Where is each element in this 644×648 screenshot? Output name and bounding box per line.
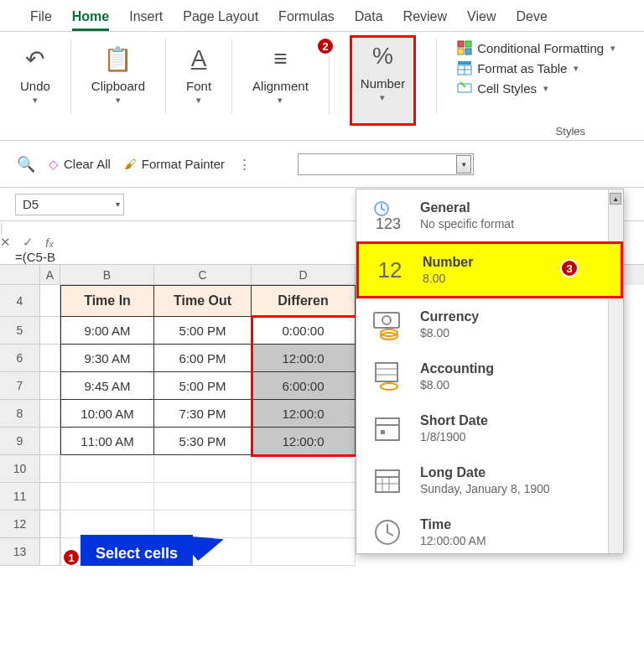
tab-insert[interactable]: Insert [129, 9, 163, 31]
undo-icon: ↶ [25, 42, 44, 75]
cell[interactable]: 0:00:00 [252, 317, 356, 345]
tab-home[interactable]: Home [72, 9, 109, 31]
alignment-group[interactable]: ≡ Alignment ▾ [252, 39, 309, 140]
svg-rect-19 [376, 418, 399, 440]
tab-data[interactable]: Data [355, 9, 383, 31]
format-option-long-date[interactable]: Long DateSunday, January 8, 1900 [356, 454, 623, 506]
format-option-time[interactable]: Time12:00:00 AM [356, 506, 623, 553]
cell[interactable]: Time In [60, 285, 154, 317]
cell[interactable]: 5:00 PM [154, 372, 252, 400]
number-icon: 12 [372, 252, 408, 288]
row-header[interactable]: 10 [0, 455, 40, 483]
overflow-icon[interactable]: ⋮ [238, 157, 251, 172]
cell-styles-button[interactable]: Cell Styles ▾ [457, 80, 615, 96]
col-header-c[interactable]: C [154, 265, 252, 285]
col-header-a[interactable]: A [40, 265, 60, 285]
cell[interactable] [40, 400, 60, 428]
cell[interactable]: 7:30 PM [154, 400, 252, 428]
svg-rect-0 [458, 41, 464, 47]
cell[interactable]: Differen [252, 285, 356, 317]
search-icon[interactable]: 🔍 [17, 155, 35, 174]
cell[interactable] [40, 317, 60, 345]
row-header[interactable]: 13 [0, 538, 40, 566]
chevron-down-icon[interactable]: ▾ [456, 155, 471, 174]
format-option-number[interactable]: 12 Number8.00 3 [356, 241, 623, 298]
format-painter-button[interactable]: 🖌 Format Painter [124, 157, 225, 171]
cell-styles-icon [457, 80, 472, 96]
tab-developer[interactable]: Deve [516, 9, 547, 31]
cell[interactable]: 6:00:00 [252, 372, 356, 400]
number-group[interactable]: % Number ▾ [350, 35, 416, 126]
annotation-badge-2: 2 [316, 37, 335, 55]
tab-view[interactable]: View [467, 9, 496, 31]
alignment-icon: ≡ [273, 42, 287, 75]
row-header[interactable]: 4 [0, 285, 40, 317]
row-header[interactable]: 11 [0, 483, 40, 511]
svg-point-12 [382, 316, 391, 324]
row-header[interactable]: 12 [0, 511, 40, 538]
chevron-down-icon: ▾ [610, 43, 615, 54]
chevron-down-icon: ▾ [543, 83, 548, 94]
cell[interactable]: 11:00 AM [60, 428, 154, 455]
format-option-accounting[interactable]: Accounting$8.00 [356, 350, 623, 402]
cell[interactable]: 5:00 PM [154, 317, 252, 345]
row-header[interactable]: 7 [0, 372, 40, 400]
chevron-down-icon: ▾ [196, 95, 201, 106]
col-header-d[interactable]: D [252, 265, 356, 285]
clear-all-button[interactable]: ◇ Clear All [49, 157, 111, 172]
row-header[interactable]: 9 [0, 428, 40, 455]
cell[interactable]: Time Out [154, 285, 252, 317]
row-header[interactable]: 6 [0, 345, 40, 372]
tab-page-layout[interactable]: Page Layout [183, 9, 258, 31]
cell[interactable]: 12:00:0 [252, 428, 356, 455]
currency-icon [370, 307, 405, 342]
chevron-down-icon[interactable]: ▾ [116, 200, 120, 209]
tab-formulas[interactable]: Formulas [278, 9, 335, 31]
svg-rect-22 [376, 470, 399, 492]
styles-group: Conditional Formatting ▾ Format as Table… [457, 39, 615, 140]
cell[interactable]: 5:30 PM [154, 428, 252, 455]
confirm-icon[interactable]: ✓ [23, 235, 34, 250]
percent-icon: % [372, 39, 393, 73]
cancel-icon[interactable]: ✕ [0, 235, 11, 250]
conditional-formatting-button[interactable]: Conditional Formatting ▾ [457, 40, 615, 55]
col-header-b[interactable]: B [60, 265, 154, 285]
format-option-short-date[interactable]: Short Date1/8/1900 [356, 402, 623, 454]
cell[interactable] [40, 345, 60, 372]
cell[interactable]: 9:45 AM [60, 372, 154, 400]
row-header[interactable]: 5 [0, 317, 40, 345]
eraser-icon: ◇ [49, 157, 59, 172]
format-as-table-button[interactable]: Format as Table ▾ [457, 60, 615, 75]
font-group[interactable]: A Font ▾ [186, 39, 211, 140]
cell[interactable]: 12:00:0 [252, 400, 356, 428]
cell[interactable] [40, 285, 60, 317]
clipboard-group[interactable]: 📋 Clipboard ▾ [91, 39, 145, 140]
tab-file[interactable]: File [30, 9, 52, 31]
cell[interactable]: 10:00 AM [60, 400, 154, 428]
fx-icon[interactable]: fx [45, 236, 54, 250]
format-option-currency[interactable]: Currency$8.00 [356, 298, 623, 350]
undo-group[interactable]: ↶ Undo ▾ [20, 39, 50, 140]
cell[interactable]: 9:30 AM [60, 345, 154, 372]
styles-group-label: Styles [556, 125, 585, 137]
row-header[interactable]: 8 [0, 400, 40, 428]
cell[interactable]: 12:00:0 [252, 345, 356, 372]
cell[interactable]: 6:00 PM [154, 345, 252, 372]
cell[interactable]: 9:00 AM [60, 317, 154, 345]
font-icon: A [191, 42, 207, 75]
select-all-corner[interactable] [0, 265, 40, 285]
svg-point-18 [381, 383, 397, 390]
scroll-up-icon[interactable]: ▴ [610, 193, 621, 205]
annotation-badge-1: 1 [62, 548, 80, 566]
cell[interactable] [40, 428, 60, 455]
tab-review[interactable]: Review [403, 9, 447, 31]
annotation-badge-3: 3 [560, 259, 579, 277]
svg-rect-15 [376, 363, 397, 381]
cell[interactable] [40, 372, 60, 400]
name-box[interactable]: D5 ▾ [15, 194, 124, 215]
format-option-general[interactable]: 123 GeneralNo specific format [356, 189, 623, 241]
svg-rect-2 [458, 49, 464, 54]
svg-rect-3 [465, 49, 471, 54]
calendar-icon [370, 411, 405, 446]
number-format-combo[interactable]: ▾ [298, 153, 474, 175]
